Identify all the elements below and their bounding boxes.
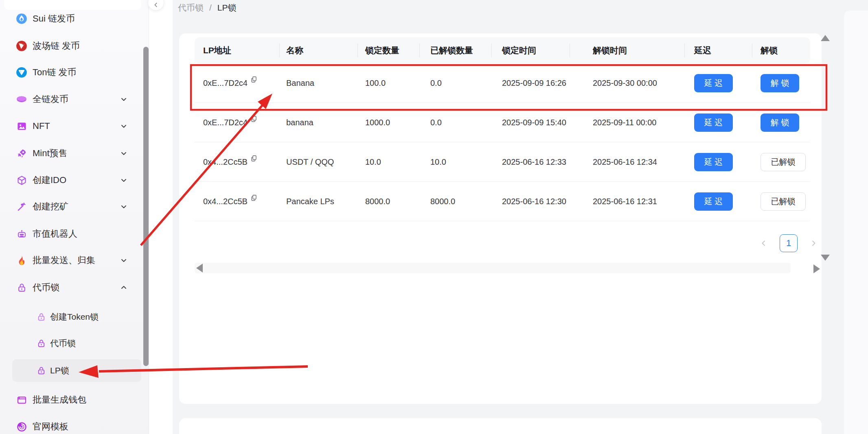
- sidebar-gutter: [149, 0, 173, 434]
- sidebar-item-ton[interactable]: Ton链 发币: [12, 61, 141, 84]
- copy-icon[interactable]: [250, 194, 257, 202]
- sidebar-item-label: Sui 链发币: [33, 13, 75, 25]
- locked-amount-cell: 1000.0: [357, 118, 419, 127]
- locked-amount-cell: 8000.0: [357, 197, 419, 206]
- copy-icon[interactable]: [250, 115, 257, 123]
- table-row: 0x4...2Cc5B USDT / QQQ 10.0 10.0 2025-06…: [195, 142, 810, 182]
- sidebar-item-batch-wallets[interactable]: 批量生成钱包: [12, 388, 141, 411]
- cube-icon: [15, 174, 28, 186]
- unlocked-status-button[interactable]: 已解锁: [761, 153, 806, 171]
- col-header-name: 名称: [279, 45, 357, 56]
- horizontal-scrollbar-track[interactable]: [195, 263, 791, 273]
- breadcrumb-parent[interactable]: 代币锁: [178, 2, 204, 13]
- lp-lock-card: LP地址 名称 锁定数量 已解锁数量 锁定时间 解锁时间 延迟 解锁 0xE..…: [179, 33, 822, 404]
- breadcrumb-current: LP锁: [217, 2, 237, 13]
- pagination-page-1[interactable]: 1: [780, 234, 798, 252]
- nft-image-icon: [15, 120, 28, 132]
- unlocked-amount-cell: 10.0: [419, 157, 491, 167]
- sidebar-item-create-ido[interactable]: 创建IDO: [12, 169, 141, 192]
- unlock-time-cell: 2025-06-16 12:34: [570, 157, 684, 167]
- name-cell: banana: [279, 118, 357, 127]
- scroll-left-icon[interactable]: [196, 264, 203, 273]
- chevron-down-icon: [120, 122, 127, 130]
- sidebar-item-lp-lock[interactable]: LP锁: [12, 359, 141, 382]
- sidebar-item-create-mining[interactable]: 创建挖矿: [12, 195, 141, 218]
- sidebar-item-label: NFT: [33, 121, 50, 131]
- delay-button[interactable]: 延 迟: [694, 192, 733, 211]
- sidebar-item-label: 批量生成钱包: [33, 394, 86, 406]
- unlocked-amount-cell: 0.0: [419, 118, 491, 127]
- sidebar-item-label: 创建IDO: [33, 174, 66, 186]
- chevron-down-icon: [120, 257, 127, 264]
- table-row: 0xE...7D2c4 Banana 100.0 0.0 2025-09-09 …: [195, 63, 810, 103]
- sidebar-item-marketcap-bot[interactable]: 市值机器人: [12, 222, 141, 245]
- pagination-prev-icon[interactable]: [760, 234, 768, 252]
- col-header-lock-time: 锁定时间: [491, 45, 570, 56]
- unlock-time-cell: 2025-06-16 12:31: [570, 197, 684, 206]
- delay-button[interactable]: 延 迟: [694, 153, 733, 171]
- sidebar-item-label: LP锁: [50, 365, 69, 376]
- sidebar-item-website-template[interactable]: 官网模板: [12, 415, 141, 434]
- col-header-lp-address: LP地址: [195, 45, 279, 56]
- col-header-unlocked-amount: 已解锁数量: [419, 45, 491, 56]
- sidebar-item-batch-send[interactable]: 批量发送、归集: [12, 249, 141, 272]
- unlocked-amount-cell: 0.0: [419, 79, 491, 88]
- sidebar-scrollbar-thumb[interactable]: [143, 47, 149, 366]
- sidebar-item-tron[interactable]: 波场链 发币: [12, 35, 141, 57]
- copy-icon[interactable]: [250, 155, 257, 162]
- breadcrumb: 代币锁 / LP锁: [178, 2, 237, 13]
- unlock-button[interactable]: 解 锁: [761, 113, 799, 132]
- table-header-row: LP地址 名称 锁定数量 已解锁数量 锁定时间 解锁时间 延迟 解锁: [195, 37, 810, 63]
- breadcrumb-separator: /: [209, 3, 212, 13]
- unlocked-amount-cell: 8000.0: [419, 197, 491, 206]
- sidebar-item-label: 市值机器人: [33, 228, 77, 240]
- copy-icon[interactable]: [250, 76, 257, 83]
- table-row: 0xE...7D2c4 banana 1000.0 0.0 2025-09-09…: [195, 103, 810, 142]
- locked-amount-cell: 10.0: [357, 157, 419, 167]
- disc-icon: [15, 93, 28, 105]
- sidebar-item-token-lock[interactable]: 代币锁: [12, 276, 141, 299]
- lock-time-cell: 2025-09-09 15:40: [491, 118, 570, 127]
- chevron-down-icon: [120, 150, 127, 157]
- table-row: 0x4...2Cc5B Pancake LPs 8000.0 8000.0 20…: [195, 182, 810, 221]
- unlock-time-cell: 2025-09-11 00:00: [570, 118, 684, 127]
- pagination: 1: [760, 234, 818, 252]
- sidebar-item-label: 批量发送、归集: [33, 254, 95, 266]
- scroll-down-icon[interactable]: [821, 255, 830, 261]
- sidebar-item-create-token-lock[interactable]: 创建Token锁: [12, 305, 141, 328]
- lock-icon: [36, 311, 46, 323]
- lock-icon: [36, 337, 46, 349]
- delay-button[interactable]: 延 迟: [694, 74, 733, 92]
- pagination-next-icon[interactable]: [809, 234, 818, 252]
- lp-address-text: 0xE...7D2c4: [203, 79, 248, 88]
- lock-time-cell: 2025-06-16 12:33: [491, 157, 570, 167]
- lp-address-cell: 0xE...7D2c4: [195, 79, 279, 88]
- sidebar-item-sui[interactable]: Sui 链发币: [12, 7, 141, 30]
- scroll-up-icon[interactable]: [821, 35, 830, 41]
- chevron-down-icon: [120, 96, 127, 103]
- lp-address-text: 0xE...7D2c4: [203, 118, 248, 127]
- sidebar-item-mint-presale[interactable]: Mint预售: [12, 142, 141, 165]
- sui-chain-icon: [15, 13, 28, 25]
- swirl-icon: [15, 421, 28, 433]
- lock-icon: [36, 364, 46, 377]
- sidebar-item-label: 创建Token锁: [50, 311, 99, 323]
- sidebar-item-omnichain[interactable]: 全链发币: [12, 88, 141, 111]
- sidebar: Sui 链发币 波场链 发币 Ton链 发币 全链发币 NFT: [0, 0, 149, 434]
- sidebar-item-nft[interactable]: NFT: [12, 115, 141, 137]
- ton-chain-icon: [15, 66, 28, 79]
- scroll-right-icon[interactable]: [813, 264, 820, 273]
- sidebar-item-token-lock-sub[interactable]: 代币锁: [12, 332, 141, 355]
- sidebar-item-label: 代币锁: [33, 281, 59, 294]
- col-header-delay: 延迟: [684, 45, 752, 56]
- col-header-unlock-time: 解锁时间: [570, 45, 684, 56]
- lp-lock-table: LP地址 名称 锁定数量 已解锁数量 锁定时间 解锁时间 延迟 解锁 0xE..…: [195, 37, 810, 221]
- lp-address-cell: 0x4...2Cc5B: [195, 157, 279, 167]
- unlock-button[interactable]: 解 锁: [761, 74, 799, 92]
- robot-icon: [15, 228, 28, 240]
- right-edge-panel: [844, 11, 868, 434]
- delay-button[interactable]: 延 迟: [694, 113, 733, 132]
- lock-time-cell: 2025-06-16 12:30: [491, 197, 570, 206]
- wallet-icon: [15, 394, 28, 406]
- unlocked-status-button[interactable]: 已解锁: [761, 192, 806, 211]
